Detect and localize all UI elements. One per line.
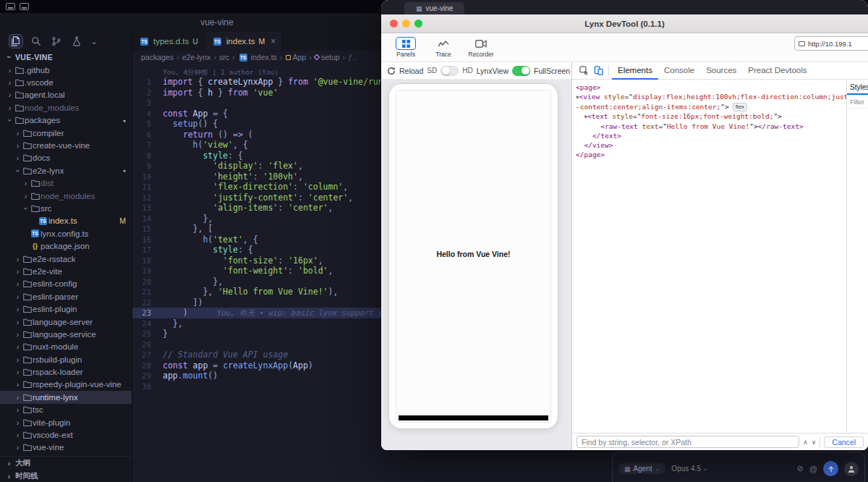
tree-item-eslint-plugin[interactable]: ›eslint-plugin bbox=[0, 303, 132, 315]
line-number[interactable]: 12 bbox=[132, 193, 151, 203]
close-window-button[interactable] bbox=[390, 20, 398, 28]
tree-item-compiler[interactable]: ›compiler bbox=[0, 127, 132, 139]
tree-item-tsc[interactable]: ›tsc bbox=[0, 404, 132, 416]
tree-item-e2e-lynx[interactable]: ›e2e-lynx● bbox=[0, 164, 132, 177]
tree-item-src[interactable]: ›src bbox=[0, 202, 132, 214]
line-number[interactable]: 29 bbox=[132, 371, 151, 381]
explorer-section-header[interactable]: › VUE-VINE bbox=[0, 51, 132, 64]
line-number[interactable]: 30 bbox=[132, 381, 151, 392]
close-icon[interactable]: × bbox=[271, 36, 276, 46]
line-number[interactable]: 28 bbox=[132, 360, 151, 371]
testing-flask-icon[interactable] bbox=[69, 34, 84, 48]
styles-tab[interactable]: Styles bbox=[847, 80, 868, 96]
line-number[interactable]: 14 bbox=[132, 213, 151, 224]
device-toolbar-icon[interactable] bbox=[591, 66, 605, 75]
line-number[interactable]: 3 bbox=[132, 98, 151, 109]
inspect-icon[interactable] bbox=[576, 66, 591, 75]
tree-item-e2e-rsstack[interactable]: ›e2e-rsstack bbox=[0, 253, 132, 265]
breadcrumb-item-src[interactable]: src bbox=[219, 53, 229, 62]
reload-icon[interactable] bbox=[387, 67, 396, 75]
tree-item-packages[interactable]: ›packages● bbox=[0, 114, 132, 127]
line-number[interactable]: 1 bbox=[132, 77, 151, 88]
tree-item-index-ts[interactable]: TSindex.tsM bbox=[0, 215, 132, 227]
tree-item-agent-local[interactable]: ›agent.local bbox=[0, 89, 132, 101]
elements-tree-line-6[interactable]: </text> bbox=[576, 131, 846, 140]
minimize-window-button[interactable] bbox=[402, 20, 410, 28]
url-field[interactable]: http://10.199.1 bbox=[794, 36, 868, 51]
line-number[interactable]: 22 bbox=[132, 297, 151, 308]
line-number[interactable]: 15 bbox=[132, 224, 151, 234]
line-number[interactable]: 11 bbox=[132, 182, 151, 193]
trace-button[interactable]: Trace bbox=[426, 37, 461, 58]
window-icon[interactable] bbox=[6, 3, 15, 10]
send-button[interactable] bbox=[823, 461, 838, 476]
cancel-button[interactable]: Cancel bbox=[824, 436, 864, 448]
tree-item-runtime-lynx[interactable]: ›runtime-lynx bbox=[0, 391, 132, 403]
reload-label[interactable]: Reload bbox=[399, 67, 423, 75]
tools-icon[interactable]: ⊘ bbox=[797, 464, 804, 473]
line-number[interactable]: 4 bbox=[132, 109, 151, 119]
tree-item-github[interactable]: ›.github bbox=[0, 64, 132, 76]
elements-tree-line-4[interactable]: ▼<text style="font-size:16px;font-weight… bbox=[576, 111, 846, 122]
tree-item-package-json[interactable]: {}package.json bbox=[0, 240, 132, 252]
source-control-icon[interactable] bbox=[49, 34, 64, 48]
search-prev-icon[interactable]: ∧ bbox=[803, 439, 808, 446]
line-number[interactable]: 9 bbox=[132, 161, 151, 172]
tree-item-rsbuild-plugin[interactable]: ›rsbuild-plugin bbox=[0, 353, 132, 365]
line-number[interactable]: 5 bbox=[132, 119, 151, 130]
tree-item-language-service[interactable]: ›language-service bbox=[0, 328, 132, 340]
tree-item-rspack-loader[interactable]: ›rspack-loader bbox=[0, 365, 132, 378]
tree-item-vscode-ext[interactable]: ›vscode-ext bbox=[0, 428, 132, 441]
elements-tree-line-2[interactable]: ▼<view style="display:flex;height:100vh;… bbox=[576, 92, 846, 102]
mention-icon[interactable]: @ bbox=[809, 465, 817, 473]
tree-item-nuxt-module[interactable]: ›nuxt-module bbox=[0, 341, 132, 353]
line-number[interactable]: 27 bbox=[132, 350, 151, 360]
search-icon[interactable] bbox=[29, 34, 43, 48]
tree-item-create-vue-vine[interactable]: ›create-vue-vine bbox=[0, 139, 132, 151]
line-number[interactable]: 21 bbox=[132, 287, 151, 297]
model-selector[interactable]: Opus 4.5 ⌄ bbox=[671, 465, 707, 473]
tree-item-lynx-config-ts[interactable]: TSlynx.config.ts bbox=[0, 227, 132, 240]
tree-item-eslint-config[interactable]: ›eslint-config bbox=[0, 278, 132, 290]
tree-item-vue-vine[interactable]: ›vue-vine bbox=[0, 441, 132, 454]
line-number[interactable]: 19 bbox=[132, 266, 151, 276]
line-number[interactable]: 7 bbox=[132, 140, 151, 151]
tree-item-language-server[interactable]: ›language-server bbox=[0, 316, 132, 328]
elements-tree-line-8[interactable]: </page> bbox=[576, 150, 846, 159]
line-number[interactable]: 16 bbox=[132, 234, 151, 245]
line-number[interactable]: 23 bbox=[132, 308, 151, 318]
codelens-text[interactable]: You, 4分钟前 | 1 author (You) bbox=[163, 67, 278, 77]
line-number[interactable]: 13 bbox=[132, 203, 151, 213]
elements-search-input[interactable] bbox=[576, 436, 799, 448]
tree-item-node-modules[interactable]: ›node_modules bbox=[0, 190, 132, 202]
line-number[interactable]: 25 bbox=[132, 329, 151, 339]
tree-item-eslint-parser[interactable]: ›eslint-parser bbox=[0, 290, 132, 303]
elements-tree-line-7[interactable]: </view> bbox=[576, 140, 846, 150]
tree-item-rspeedy-plugin-vue-vine[interactable]: ›rspeedy-plugin-vue-vine bbox=[0, 379, 132, 391]
devtools-tab-elements[interactable]: Elements bbox=[612, 62, 658, 80]
tree-item-node-modules[interactable]: ›node_modules bbox=[0, 101, 132, 114]
editor-tab-index-ts[interactable]: TSindex.tsM× bbox=[205, 32, 283, 51]
breadcrumb-item-[interactable]: ƒ.. bbox=[348, 53, 357, 62]
search-next-icon[interactable]: ∨ bbox=[812, 439, 817, 446]
line-number[interactable]: 26 bbox=[132, 339, 151, 350]
tree-item-vscode[interactable]: ›.vscode bbox=[0, 76, 132, 88]
breadcrumb-item-packages[interactable]: packages bbox=[141, 53, 174, 62]
line-number[interactable]: 2 bbox=[132, 88, 151, 98]
recorder-button[interactable]: Recorder bbox=[464, 37, 498, 58]
tree-item-dist[interactable]: ›dist bbox=[0, 177, 132, 190]
devtools-tab-preact-devtools[interactable]: Preact Devtools bbox=[742, 62, 812, 80]
explorer-icon[interactable] bbox=[9, 34, 23, 48]
breadcrumb-item-app[interactable]: App bbox=[286, 53, 307, 62]
breadcrumb-item-e2e-lynx[interactable]: e2e-lynx bbox=[182, 53, 211, 62]
sd-toggle[interactable] bbox=[441, 66, 459, 76]
timeline-section[interactable]: › 时间线 bbox=[0, 470, 132, 482]
fullscreen-toggle[interactable] bbox=[512, 66, 530, 76]
line-number[interactable]: 18 bbox=[132, 255, 151, 266]
elements-tree-line-1[interactable]: <page> bbox=[576, 83, 846, 92]
account-avatar[interactable] bbox=[844, 462, 859, 476]
line-number[interactable]: 20 bbox=[132, 276, 151, 287]
line-number[interactable]: 24 bbox=[132, 318, 151, 329]
session-tab[interactable]: ▦ vue-vine bbox=[404, 2, 464, 14]
panels-button[interactable]: Panels bbox=[388, 37, 423, 58]
